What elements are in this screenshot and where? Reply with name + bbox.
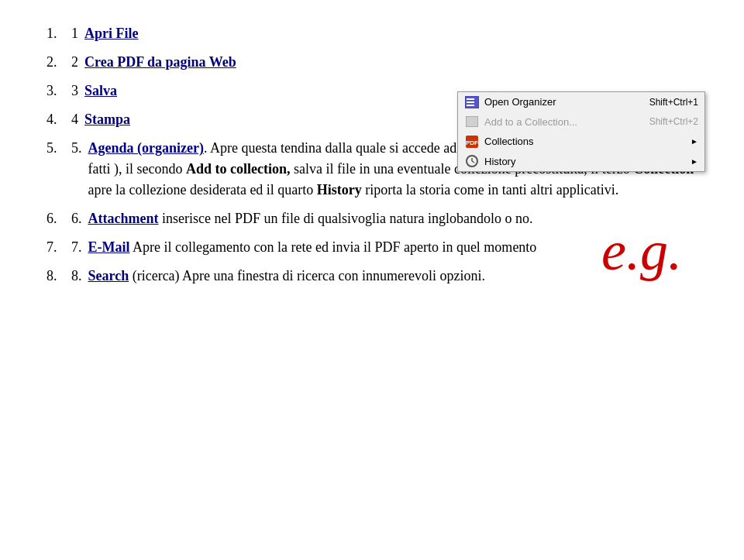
list-item: 1 Apri File	[46, 23, 698, 44]
item-5-content: Open Organizer Shift+Ctrl+1 Add to a Col…	[88, 138, 698, 201]
agenda-link[interactable]: Agenda (organizer)	[88, 140, 204, 156]
svg-rect-1	[467, 98, 474, 100]
list-number: 7.	[71, 237, 82, 258]
svg-rect-4	[466, 116, 478, 127]
list-item: 7. E-Mail Apre il collegamento con la re…	[46, 237, 698, 258]
pdf-icon: PDF	[464, 136, 480, 148]
menu-item-label: Collections	[484, 134, 684, 149]
list-number: 2	[71, 52, 78, 73]
item-text: Crea PDF da pagina Web	[84, 52, 698, 73]
list-item: 8. Search (ricerca) Apre una finestra di…	[46, 266, 698, 287]
menu-item-shortcut: Shift+Ctrl+1	[649, 95, 698, 109]
svg-rect-2	[467, 101, 474, 103]
apri-file-link[interactable]: Apri File	[84, 26, 139, 41]
list-number: 3	[71, 81, 78, 101]
list-number: 4	[71, 109, 78, 130]
organizer-icon	[464, 96, 480, 108]
menu-item-open-organizer[interactable]: Open Organizer Shift+Ctrl+1	[458, 92, 704, 112]
list-item: 2 Crea PDF da pagina Web	[46, 52, 698, 73]
list-number: 1	[71, 23, 78, 44]
eg-logo: e.g.	[601, 223, 682, 279]
svg-line-9	[472, 161, 474, 163]
menu-item-history[interactable]: History ►	[458, 152, 704, 172]
attachment-link[interactable]: Attachment	[88, 211, 159, 226]
item-6-text: inserisce nel PDF un file di qualsivogli…	[158, 211, 532, 226]
crea-pdf-link[interactable]: Crea PDF da pagina Web	[84, 54, 236, 70]
history-bold: History	[317, 182, 362, 198]
search-link[interactable]: Search	[88, 268, 129, 283]
menu-item-label: Open Organizer	[484, 94, 649, 110]
history-icon	[464, 155, 480, 167]
arrow-icon: ►	[691, 156, 698, 167]
list-number: 8.	[71, 266, 82, 287]
item-8-text: (ricerca) Apre una finestra di ricerca c…	[129, 268, 485, 283]
list-item: 6. Attachment inserisce nel PDF un file …	[46, 208, 698, 229]
menu-item-label: Add to a Collection...	[484, 115, 649, 130]
menu-item-collections[interactable]: PDF Collections ►	[458, 132, 704, 152]
salva-link[interactable]: Salva	[84, 83, 117, 98]
arrow-icon: ►	[691, 136, 698, 147]
dropdown-menu: Open Organizer Shift+Ctrl+1 Add to a Col…	[457, 91, 705, 172]
svg-text:PDF: PDF	[466, 139, 478, 146]
email-link[interactable]: E-Mail	[88, 239, 130, 255]
collection-icon	[464, 115, 480, 128]
add-collection-bold: Add to collection,	[186, 161, 291, 177]
main-list: 1 Apri File 2 Crea PDF da pagina Web 3 S…	[46, 23, 698, 287]
item-7-text: Apre il collegamento con la rete ed invi…	[130, 239, 537, 255]
svg-rect-3	[467, 105, 474, 106]
menu-item-add-collection[interactable]: Add to a Collection... Shift+Ctrl+2	[458, 112, 704, 132]
item-text: Apri File	[84, 23, 698, 44]
menu-item-shortcut: Shift+Ctrl+2	[649, 115, 698, 129]
content-area: 1 Apri File 2 Crea PDF da pagina Web 3 S…	[46, 23, 698, 287]
list-item-5: 5. Open Organizer	[46, 138, 698, 201]
list-number: 5.	[71, 138, 82, 159]
list-number: 6.	[71, 208, 82, 229]
stampa-link[interactable]: Stampa	[84, 112, 130, 127]
menu-item-label: History	[484, 154, 684, 170]
